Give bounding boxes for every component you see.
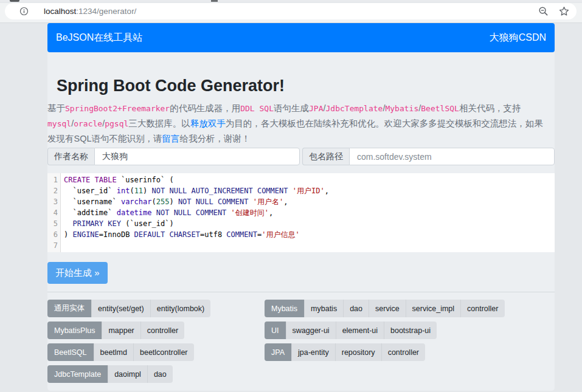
group-item-button[interactable]: repository: [335, 343, 381, 361]
intro-txt: 相关代码，支持: [459, 103, 521, 113]
token-pl: (: [130, 187, 134, 195]
group-item-button[interactable]: dao: [147, 365, 173, 383]
divider: [47, 292, 555, 292]
url-text[interactable]: localhost:1234/generator/: [44, 7, 136, 16]
group-item-button[interactable]: mapper: [102, 322, 140, 339]
group-item-button[interactable]: dao: [343, 300, 369, 317]
template-group: BeetlSQLbeetlmdbeetlcontroller: [47, 343, 194, 361]
package-label: 包名路径: [302, 148, 349, 165]
line-number: 5: [47, 218, 58, 229]
group-item-button[interactable]: service_impl: [406, 300, 460, 317]
intro-txt: 为目的，各大模板也在陆续补充和优化。欢迎大家多多提交模板和交流想法，如果: [226, 119, 543, 128]
sql-editor[interactable]: 1234567 CREATE TABLE `userinfo` ( `user_…: [47, 173, 555, 252]
code-line: [64, 240, 555, 251]
tab-edge: [10, 0, 19, 2]
group-label-button[interactable]: UI: [265, 322, 286, 339]
url-path: :1234/generator/: [76, 7, 136, 16]
token-pl: =InnoDB: [99, 230, 134, 239]
intro-text: 基于SpringBoot2+Freemarker的代码生成器，用DDL SQL语…: [47, 101, 555, 146]
code-line: PRIMARY KEY (`user_id`): [64, 218, 555, 229]
navbar-link[interactable]: 大狼狗CSDN: [490, 32, 546, 44]
template-group: UIswagger-uielement-uibootstrap-ui: [265, 322, 437, 339]
token-pl: `addtime`: [64, 208, 117, 217]
token-type: datetime: [117, 208, 152, 217]
intro-txt: 基于: [47, 103, 65, 113]
navbar-brand[interactable]: BeJSON在线工具站: [56, 32, 142, 44]
token-type: int: [117, 187, 130, 195]
group-item-button[interactable]: beetlmd: [94, 343, 133, 361]
line-number: 2: [47, 185, 58, 196]
zoom-out-icon[interactable]: [538, 6, 549, 16]
author-input-group: 作者名称: [47, 148, 300, 165]
code-line: `addtime` datetime NOT NULL COMMENT '创建时…: [64, 207, 555, 218]
token-kw2: NOT NULL AUTO_INCREMENT COMMENT: [152, 187, 288, 195]
token-pl: [64, 219, 72, 228]
intro-link[interactable]: 留言: [162, 134, 180, 143]
group-item-button[interactable]: entity(lombok): [150, 300, 211, 317]
intro-txt: 给我分析，谢谢！: [180, 134, 251, 143]
group-item-button[interactable]: beetlcontroller: [133, 343, 194, 361]
intro-txt: 语句生成: [274, 103, 309, 113]
group-item-button[interactable]: controller: [460, 300, 504, 317]
token-type: varchar: [121, 198, 152, 206]
package-input-group: 包名路径: [302, 148, 555, 165]
line-number: 4: [47, 207, 58, 218]
package-input[interactable]: [349, 148, 555, 165]
code-line: ) ENGINE=InnoDB DEFAULT CHARSET=utf8 COM…: [64, 229, 555, 240]
intro-txt: 的代码生成器，用: [170, 103, 240, 113]
group-item-button[interactable]: controller: [140, 322, 184, 339]
group-label-button[interactable]: BeetlSQL: [47, 343, 94, 361]
groups-left: 通用实体entity(set/get)entity(lombok)Mybatis…: [47, 300, 265, 387]
group-item-button[interactable]: controller: [381, 343, 425, 361]
group-item-button[interactable]: bootstrap-ui: [384, 322, 437, 339]
token-pl: ,: [269, 208, 273, 217]
code-line: `username` varchar(255) NOT NULL COMMENT…: [64, 196, 555, 207]
group-label-button[interactable]: JPA: [265, 343, 291, 361]
intro-code: oracle: [74, 119, 102, 128]
group-label-button[interactable]: 通用实体: [47, 300, 91, 317]
bookmark-star-icon[interactable]: [559, 6, 569, 16]
tab-edge: [211, 0, 218, 2]
template-group: 通用实体entity(set/get)entity(lombok): [47, 300, 210, 317]
group-label-button[interactable]: MybatisPlus: [47, 322, 102, 339]
group-item-button[interactable]: daoimpl: [108, 365, 147, 383]
intro-code: SpringBoot2+Freemarker: [65, 104, 170, 113]
token-kw2: NOT NULL COMMENT: [156, 208, 227, 217]
token-pl: `username`: [64, 198, 121, 206]
editor-code[interactable]: CREATE TABLE `userinfo` ( `user_id` int(…: [61, 173, 555, 252]
token-num: 255: [156, 198, 170, 206]
intro-txt: 发现有SQL语句不能识别，请: [47, 134, 162, 143]
token-pl: (`user_id`): [121, 219, 174, 228]
group-item-button[interactable]: service: [369, 300, 406, 317]
token-pl: `user_id`: [64, 187, 117, 195]
author-input[interactable]: [94, 148, 300, 165]
token-str: '用户ID': [288, 187, 325, 195]
group-item-button[interactable]: entity(set/get): [91, 300, 150, 317]
line-number: 1: [47, 174, 58, 185]
author-label: 作者名称: [47, 148, 94, 165]
group-item-button[interactable]: element-ui: [336, 322, 384, 339]
group-label-button[interactable]: Mybatis: [265, 300, 304, 317]
navbar: BeJSON在线工具站 大狼狗CSDN: [47, 23, 555, 52]
group-label-button[interactable]: JdbcTemplate: [47, 365, 108, 383]
group-item-button[interactable]: swagger-ui: [286, 322, 336, 339]
token-num: 11: [134, 187, 143, 195]
token-pl: ): [64, 230, 72, 239]
token-pl: (: [152, 198, 156, 206]
template-group: MybatisPlusmappercontroller: [47, 322, 184, 339]
token-str: '创建时间': [226, 208, 269, 217]
intro-code: DDL SQL: [240, 104, 274, 113]
intro-link[interactable]: 释放双手: [190, 119, 226, 128]
token-kw: CREATE TABLE: [64, 176, 117, 184]
info-icon[interactable]: [19, 7, 29, 16]
template-groups: 通用实体entity(set/get)entity(lombok)Mybatis…: [47, 300, 555, 387]
group-item-button[interactable]: mybatis: [304, 300, 343, 317]
generate-button[interactable]: 开始生成 »: [47, 262, 108, 284]
group-item-button[interactable]: jpa-entity: [291, 343, 335, 361]
token-pl: ,: [283, 198, 288, 206]
token-pl: =utf8: [200, 230, 226, 239]
template-group: JPAjpa-entityrepositorycontroller: [265, 343, 425, 361]
token-pl: ,: [325, 187, 329, 195]
address-bar[interactable]: localhost:1234/generator/: [5, 3, 577, 19]
url-host: localhost: [44, 7, 76, 16]
